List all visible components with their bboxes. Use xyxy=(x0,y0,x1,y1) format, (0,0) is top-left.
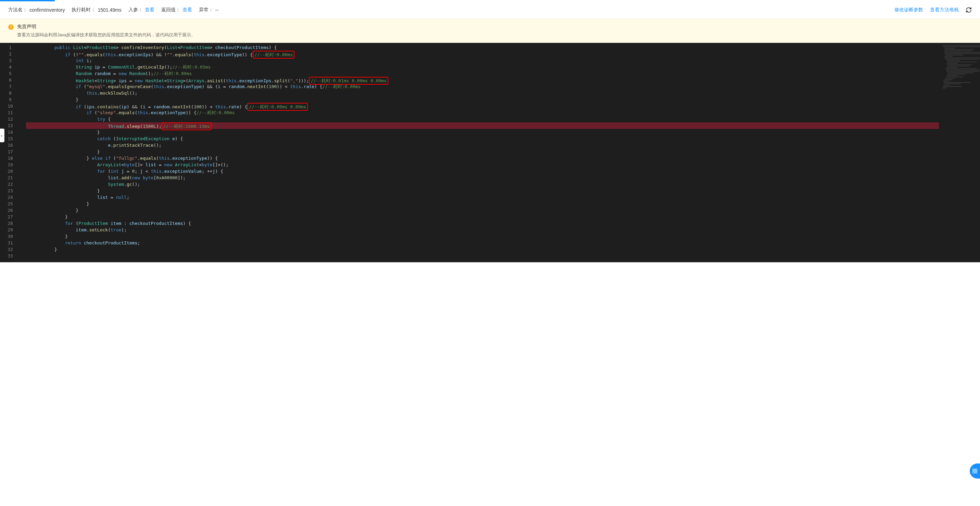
line-number: 8 xyxy=(0,90,21,96)
code-line: } xyxy=(26,188,939,194)
line-number: 28 xyxy=(0,220,21,227)
header-bar: 方法名： confirmInventory 执行耗时： 1501.49ms 入参… xyxy=(0,2,980,19)
line-number: 10 xyxy=(0,103,21,109)
line-number: 26 xyxy=(0,207,21,214)
in-params-label: 入参： xyxy=(129,7,143,13)
code-line: HashSet<String> ips = new HashSet<String… xyxy=(26,77,939,83)
code-line: list.add(new byte[0xA00000]); xyxy=(26,174,939,181)
code-container: ▸ 12345678910111213141516171819202122232… xyxy=(0,43,980,262)
line-number: 9 xyxy=(0,96,21,103)
code-line: catch (InterruptedException e) { xyxy=(26,136,939,142)
disclaimer-banner: ! 免责声明 查看方法源码会利用Java反编译技术获取您的应用指定类文件的代码，… xyxy=(0,19,980,43)
code-line: list = null; xyxy=(26,194,939,201)
code-line: } xyxy=(26,207,939,214)
code-line: } xyxy=(26,96,939,103)
line-number: 29 xyxy=(0,227,21,233)
fold-gutter xyxy=(21,43,26,262)
line-number: 16 xyxy=(0,142,21,148)
view-method-stack-link[interactable]: 查看方法堆栈 xyxy=(930,7,959,13)
code-line: if (!"".equals(this.exceptionIps) && !""… xyxy=(26,51,939,57)
exception-item: 异常： -- xyxy=(199,7,218,13)
code-line: this.mockSlowSql(); xyxy=(26,90,939,96)
code-line: } xyxy=(26,214,939,220)
line-number: 5 xyxy=(0,70,21,77)
collapse-tab[interactable]: ▸ xyxy=(0,129,5,142)
code-line: String ip = CommonUtil.getLocalIp();//--… xyxy=(26,64,939,70)
exception-label: 异常： xyxy=(199,7,213,13)
line-number: 7 xyxy=(0,83,21,90)
disclaimer-title: 免责声明 xyxy=(17,24,972,30)
return-value-item: 返回值： 查看 xyxy=(161,7,192,13)
disclaimer-text: 查看方法源码会利用Java反编译技术获取您的应用指定类文件的代码，该代码仅用于展… xyxy=(17,32,972,38)
disclaimer-content: 免责声明 查看方法源码会利用Java反编译技术获取您的应用指定类文件的代码，该代… xyxy=(17,24,972,38)
code-line: try { xyxy=(26,116,939,122)
method-name-value: confirmInventory xyxy=(29,7,65,13)
code-line: if (ips.contains(ip) && (i = random.next… xyxy=(26,103,939,109)
code-line xyxy=(26,253,939,259)
method-name-label: 方法名： xyxy=(8,7,27,13)
code-line: Thread.sleep(1500L);//--耗时:1500.13ms xyxy=(26,122,939,129)
exec-time-label: 执行耗时： xyxy=(72,7,95,13)
line-number: 21 xyxy=(0,174,21,181)
exec-time-item: 执行耗时： 1501.49ms xyxy=(72,7,121,13)
code-area[interactable]: public List<ProductItem> confirmInventor… xyxy=(26,43,939,262)
line-number: 32 xyxy=(0,246,21,253)
header-right: 修改诊断参数 查看方法堆栈 xyxy=(894,7,972,13)
exception-value: -- xyxy=(215,7,218,13)
line-number: 18 xyxy=(0,155,21,161)
code-line: } else if ("fullgc".equals(this.exceptio… xyxy=(26,155,939,161)
line-number: 22 xyxy=(0,181,21,188)
return-value-label: 返回值： xyxy=(161,7,180,13)
code-line: ArrayList<byte[]> list = new ArrayList<b… xyxy=(26,161,939,168)
exec-time-value: 1501.49ms xyxy=(98,7,121,13)
code-line: System.gc(); xyxy=(26,181,939,188)
code-line: } xyxy=(26,246,939,253)
in-params-link[interactable]: 查看 xyxy=(145,7,154,13)
line-number: 20 xyxy=(0,168,21,174)
line-number: 4 xyxy=(0,64,21,70)
code-line: for (ProductItem item : checkoutProductI… xyxy=(26,220,939,227)
method-name-item: 方法名： confirmInventory xyxy=(8,7,65,13)
line-number: 3 xyxy=(0,57,21,64)
code-line: } xyxy=(26,201,939,207)
code-line: item.setLock(true); xyxy=(26,227,939,233)
line-number: 2 xyxy=(0,51,21,57)
line-number: 25 xyxy=(0,201,21,207)
code-line: if ("mysql".equalsIgnoreCase(this.except… xyxy=(26,83,939,90)
code-line: } xyxy=(26,233,939,239)
line-number: 27 xyxy=(0,214,21,220)
code-line: if ("sleep".equals(this.exceptionType)) … xyxy=(26,109,939,116)
line-number: 30 xyxy=(0,233,21,239)
header-left: 方法名： confirmInventory 执行耗时： 1501.49ms 入参… xyxy=(8,7,888,13)
code-line: } xyxy=(26,148,939,155)
code-line: public List<ProductItem> confirmInventor… xyxy=(26,44,939,51)
code-line: Random random = new Random();//--耗时:0.00… xyxy=(26,70,939,77)
code-line: return checkoutProductItems; xyxy=(26,239,939,246)
line-number: 17 xyxy=(0,148,21,155)
line-number-gutter: 1234567891011121314151617181920212223242… xyxy=(0,43,21,262)
line-number: 24 xyxy=(0,194,21,201)
warning-icon: ! xyxy=(8,24,14,30)
line-number: 1 xyxy=(0,44,21,51)
code-line: e.printStackTrace(); xyxy=(26,142,939,148)
line-number: 23 xyxy=(0,188,21,194)
return-value-link[interactable]: 查看 xyxy=(183,7,192,13)
line-number: 11 xyxy=(0,109,21,116)
refresh-icon[interactable] xyxy=(966,7,972,13)
code-line: int i; xyxy=(26,57,939,64)
line-number: 33 xyxy=(0,253,21,259)
line-number: 31 xyxy=(0,239,21,246)
modify-diag-params-link[interactable]: 修改诊断参数 xyxy=(894,7,923,13)
line-number: 13 xyxy=(0,122,21,129)
code-line: } xyxy=(26,129,939,136)
in-params-item: 入参： 查看 xyxy=(129,7,154,13)
line-number: 19 xyxy=(0,161,21,168)
line-number: 12 xyxy=(0,116,21,122)
code-line: for (int j = 0; j < this.exceptionValue;… xyxy=(26,168,939,174)
minimap[interactable] xyxy=(939,43,980,262)
line-number: 6 xyxy=(0,77,21,83)
